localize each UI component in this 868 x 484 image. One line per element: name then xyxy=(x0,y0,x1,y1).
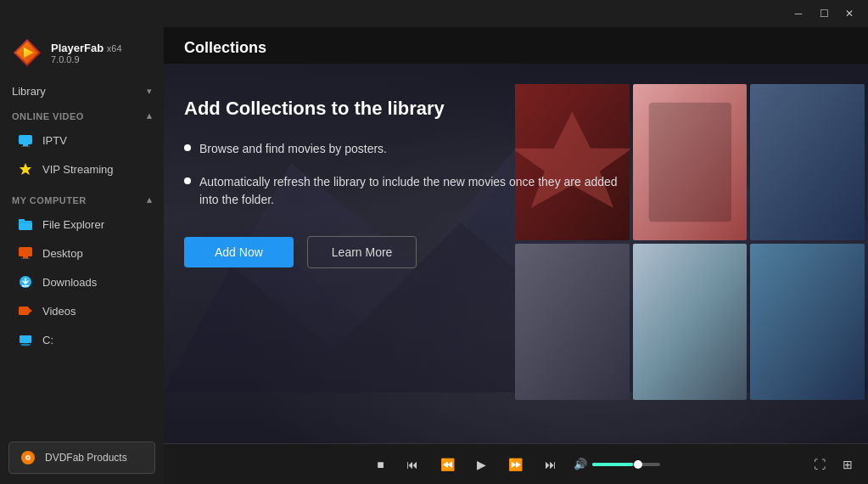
poster-cell-5 xyxy=(633,244,748,400)
collection-info-panel: Add Collections to the library Browse an… xyxy=(184,98,625,268)
poster-cell-3 xyxy=(750,84,865,240)
videos-label: Videos xyxy=(42,305,76,318)
forward-button[interactable]: ⏩ xyxy=(503,454,528,475)
svg-rect-7 xyxy=(19,221,32,230)
app-version: 7.0.0.9 xyxy=(51,54,122,65)
sidebar-item-desktop[interactable]: Desktop xyxy=(0,239,164,267)
add-now-button[interactable]: Add Now xyxy=(184,237,294,267)
my-computer-header[interactable]: My Computer ▴ xyxy=(0,190,164,210)
volume-bar[interactable] xyxy=(592,463,660,466)
feature-text-2: Automatically refresh the library to inc… xyxy=(199,173,625,209)
close-button[interactable]: ✕ xyxy=(837,4,861,23)
svg-rect-10 xyxy=(23,256,28,258)
file-explorer-icon xyxy=(17,216,34,233)
sidebar-item-videos[interactable]: Videos xyxy=(0,296,164,325)
feature-list: Browse and find movies by posters. Autom… xyxy=(184,140,625,209)
svg-rect-5 xyxy=(21,146,30,147)
vip-streaming-label: VIP Streaming xyxy=(42,163,114,176)
play-button[interactable]: ▶ xyxy=(472,454,491,475)
main-layout: PlayerFab x64 7.0.0.9 Library ▾ ONLINE V… xyxy=(0,27,868,484)
prev-button[interactable]: ⏮ xyxy=(401,454,423,475)
c-drive-icon xyxy=(17,331,34,348)
rewind-button[interactable]: ⏪ xyxy=(435,454,460,475)
fullscreen-button[interactable]: ⛶ xyxy=(809,454,831,475)
sidebar-item-vip-streaming[interactable]: VIP Streaming xyxy=(0,155,164,183)
app-title: PlayerFab x64 xyxy=(51,42,122,54)
stop-button[interactable]: ■ xyxy=(372,454,389,475)
svg-rect-14 xyxy=(19,307,29,315)
svg-rect-27 xyxy=(648,103,731,222)
svg-rect-9 xyxy=(19,247,32,256)
window-controls: ─ ☐ ✕ xyxy=(787,4,861,23)
sidebar: PlayerFab x64 7.0.0.9 Library ▾ ONLINE V… xyxy=(0,27,164,484)
app-logo: PlayerFab x64 7.0.0.9 xyxy=(0,27,164,78)
iptv-icon xyxy=(17,132,34,149)
svg-point-20 xyxy=(27,457,29,459)
volume-icon: 🔊 xyxy=(574,458,587,470)
svg-rect-4 xyxy=(23,144,28,146)
my-computer-label: My Computer xyxy=(12,195,87,205)
iptv-label: IPTV xyxy=(42,134,67,147)
svg-rect-28 xyxy=(750,84,865,240)
online-video-section: ONLINE VIDEO ▴ IPTV VIP Streaming xyxy=(0,103,164,187)
online-video-header[interactable]: ONLINE VIDEO ▴ xyxy=(0,106,164,126)
online-video-chevron: ▴ xyxy=(147,110,153,121)
online-video-label: ONLINE VIDEO xyxy=(12,111,84,121)
learn-more-button[interactable]: Learn More xyxy=(307,236,417,268)
sidebar-item-downloads[interactable]: Downloads xyxy=(0,267,164,296)
desktop-label: Desktop xyxy=(42,247,83,260)
svg-rect-16 xyxy=(20,335,31,343)
minimize-button[interactable]: ─ xyxy=(787,4,810,23)
downloads-icon xyxy=(17,273,34,290)
feature-text-1: Browse and find movies by posters. xyxy=(199,140,387,158)
svg-marker-6 xyxy=(20,163,31,175)
restore-button[interactable]: ☐ xyxy=(812,4,836,23)
svg-rect-30 xyxy=(633,244,748,400)
svg-rect-31 xyxy=(750,244,865,400)
bullet-dot-2 xyxy=(184,177,191,184)
volume-control[interactable]: 🔊 xyxy=(574,458,660,470)
collection-actions: Add Now Learn More xyxy=(184,236,625,268)
sidebar-item-c-drive[interactable]: C: xyxy=(0,325,164,354)
downloads-label: Downloads xyxy=(42,276,97,289)
bottom-right-controls: ⛶ ⊞ xyxy=(809,454,858,475)
svg-rect-8 xyxy=(19,219,25,222)
content-area: Collections xyxy=(164,27,868,484)
app-name: PlayerFab x64 7.0.0.9 xyxy=(51,42,122,65)
next-button[interactable]: ⏭ xyxy=(540,454,562,475)
grid-view-button[interactable]: ⊞ xyxy=(837,454,858,475)
my-computer-chevron: ▴ xyxy=(147,194,153,205)
feature-item-1: Browse and find movies by posters. xyxy=(184,140,625,158)
bullet-dot-1 xyxy=(184,144,191,151)
svg-point-17 xyxy=(20,344,31,346)
page-title: Collections xyxy=(184,39,848,57)
poster-cell-2 xyxy=(633,84,748,240)
sidebar-item-iptv[interactable]: IPTV xyxy=(0,126,164,155)
svg-rect-13 xyxy=(22,285,29,287)
dvdfab-label: DVDFab Products xyxy=(45,452,127,464)
desktop-icon xyxy=(17,245,34,262)
library-section[interactable]: Library ▾ xyxy=(0,78,164,103)
app-logo-icon xyxy=(12,37,42,68)
library-label: Library xyxy=(12,85,46,98)
poster-cell-6 xyxy=(750,244,865,400)
volume-knob[interactable] xyxy=(634,460,642,469)
content-header: Collections xyxy=(164,27,868,64)
videos-icon xyxy=(17,302,34,319)
feature-item-2: Automatically refresh the library to inc… xyxy=(184,173,625,209)
vip-icon xyxy=(17,160,34,177)
library-chevron: ▾ xyxy=(147,86,152,97)
dvdfab-products-button[interactable]: DVDFab Products xyxy=(8,442,155,474)
collection-title: Add Collections to the library xyxy=(184,98,625,120)
my-computer-section: My Computer ▴ File Explorer Desktop xyxy=(0,187,164,357)
c-drive-label: C: xyxy=(42,334,53,346)
svg-rect-3 xyxy=(19,135,32,144)
file-explorer-label: File Explorer xyxy=(42,218,104,231)
player-bar: ■ ⏮ ⏪ ▶ ⏩ ⏭ 🔊 ⛶ ⊞ xyxy=(164,443,868,484)
title-bar: ─ ☐ ✕ xyxy=(0,0,868,27)
dvdfab-icon xyxy=(20,449,36,466)
collections-background: Add Collections to the library Browse an… xyxy=(164,64,868,443)
volume-fill xyxy=(592,463,633,466)
sidebar-item-file-explorer[interactable]: File Explorer xyxy=(0,210,164,239)
svg-marker-15 xyxy=(29,308,32,313)
